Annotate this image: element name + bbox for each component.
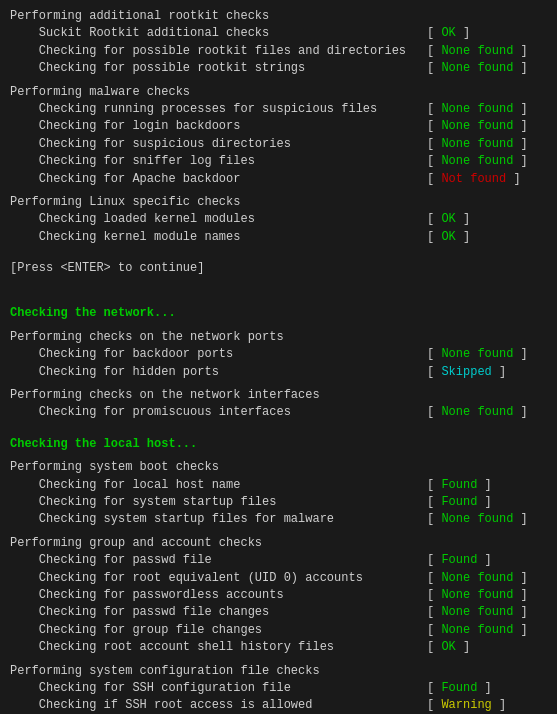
result-label: Checking for hidden ports <box>10 364 219 381</box>
result-status: [ None found ] <box>427 404 547 421</box>
result-line: Checking for SSH configuration file[ Fou… <box>10 680 547 697</box>
result-label: Checking root account shell history file… <box>10 639 334 656</box>
result-status: [ OK ] <box>427 25 547 42</box>
result-status: [ None found ] <box>427 622 547 639</box>
result-label: Checking for system startup files <box>10 494 276 511</box>
result-line: Checking for Apache backdoor[ Not found … <box>10 171 547 188</box>
result-line: Suckit Rootkit additional checks[ OK ] <box>10 25 547 42</box>
result-status: [ Not found ] <box>427 171 547 188</box>
plain-line: Performing malware checks <box>10 84 547 101</box>
result-status: [ Found ] <box>427 680 547 697</box>
plain-line: Performing checks on the network ports <box>10 329 547 346</box>
result-line: Checking for local host name[ Found ] <box>10 477 547 494</box>
result-label: Checking for Apache backdoor <box>10 171 240 188</box>
result-line: Checking loaded kernel modules[ OK ] <box>10 211 547 228</box>
result-label: Checking for promiscuous interfaces <box>10 404 291 421</box>
result-line: Checking for passwd file changes[ None f… <box>10 604 547 621</box>
result-label: Checking loaded kernel modules <box>10 211 255 228</box>
result-label: Checking for sniffer log files <box>10 153 255 170</box>
result-status: [ None found ] <box>427 118 547 135</box>
plain-line: Performing group and account checks <box>10 535 547 552</box>
result-status: [ None found ] <box>427 136 547 153</box>
result-label: Checking for local host name <box>10 477 240 494</box>
result-line: Checking if SSH root access is allowed[ … <box>10 697 547 714</box>
result-status: [ None found ] <box>427 346 547 363</box>
result-label: Checking system startup files for malwar… <box>10 511 334 528</box>
result-status: [ Skipped ] <box>427 364 547 381</box>
result-status: [ None found ] <box>427 511 547 528</box>
result-line: Checking for passwd file[ Found ] <box>10 552 547 569</box>
result-line: Checking for sniffer log files[ None fou… <box>10 153 547 170</box>
result-line: Checking for group file changes[ None fo… <box>10 622 547 639</box>
result-label: Checking kernel module names <box>10 229 240 246</box>
result-line: Checking for login backdoors[ None found… <box>10 118 547 135</box>
result-label: Checking for root equivalent (UID 0) acc… <box>10 570 363 587</box>
result-label: Checking for possible rootkit files and … <box>10 43 406 60</box>
result-status: [ None found ] <box>427 43 547 60</box>
result-line: Checking for possible rootkit strings[ N… <box>10 60 547 77</box>
result-line: Checking for root equivalent (UID 0) acc… <box>10 570 547 587</box>
blank-line <box>10 422 547 428</box>
result-label: Suckit Rootkit additional checks <box>10 25 269 42</box>
result-status: [ OK ] <box>427 639 547 656</box>
result-status: [ None found ] <box>427 570 547 587</box>
result-status: [ OK ] <box>427 211 547 228</box>
result-line: Checking for passwordless accounts[ None… <box>10 587 547 604</box>
result-status: [ None found ] <box>427 587 547 604</box>
result-line: Checking kernel module names[ OK ] <box>10 229 547 246</box>
result-status: [ OK ] <box>427 229 547 246</box>
blank-line <box>10 246 547 252</box>
result-label: Checking for passwd file changes <box>10 604 269 621</box>
result-line: Checking running processes for suspiciou… <box>10 101 547 118</box>
result-status: [ Found ] <box>427 552 547 569</box>
result-label: Checking for group file changes <box>10 622 262 639</box>
result-label: Checking for possible rootkit strings <box>10 60 305 77</box>
result-status: [ Found ] <box>427 477 547 494</box>
section-header: Checking the local host... <box>10 436 547 453</box>
plain-line: Performing system boot checks <box>10 459 547 476</box>
result-line: Checking for possible rootkit files and … <box>10 43 547 60</box>
press-enter-prompt: [Press <ENTER> to continue] <box>10 260 547 277</box>
terminal-output: Performing additional rootkit checks Suc… <box>10 8 547 714</box>
result-line: Checking for promiscuous interfaces[ Non… <box>10 404 547 421</box>
result-status: [ None found ] <box>427 101 547 118</box>
result-status: [ None found ] <box>427 153 547 170</box>
result-label: Checking for SSH configuration file <box>10 680 291 697</box>
result-line: Checking for backdoor ports[ None found … <box>10 346 547 363</box>
plain-line: Performing additional rootkit checks <box>10 8 547 25</box>
result-status: [ None found ] <box>427 604 547 621</box>
result-label: Checking for passwordless accounts <box>10 587 284 604</box>
result-label: Checking for suspicious directories <box>10 136 291 153</box>
result-line: Checking root account shell history file… <box>10 639 547 656</box>
plain-line: Performing checks on the network interfa… <box>10 387 547 404</box>
result-line: Checking for suspicious directories[ Non… <box>10 136 547 153</box>
result-label: Checking if SSH root access is allowed <box>10 697 312 714</box>
result-status: [ None found ] <box>427 60 547 77</box>
result-label: Checking running processes for suspiciou… <box>10 101 377 118</box>
result-label: Checking for backdoor ports <box>10 346 233 363</box>
result-label: Checking for login backdoors <box>10 118 240 135</box>
plain-line: Performing Linux specific checks <box>10 194 547 211</box>
section-header: Checking the network... <box>10 305 547 322</box>
result-line: Checking for system startup files[ Found… <box>10 494 547 511</box>
plain-line: Performing system configuration file che… <box>10 663 547 680</box>
result-label: Checking for passwd file <box>10 552 212 569</box>
blank-line <box>10 291 547 297</box>
result-line: Checking for hidden ports[ Skipped ] <box>10 364 547 381</box>
result-line: Checking system startup files for malwar… <box>10 511 547 528</box>
result-status: [ Warning ] <box>427 697 547 714</box>
result-status: [ Found ] <box>427 494 547 511</box>
